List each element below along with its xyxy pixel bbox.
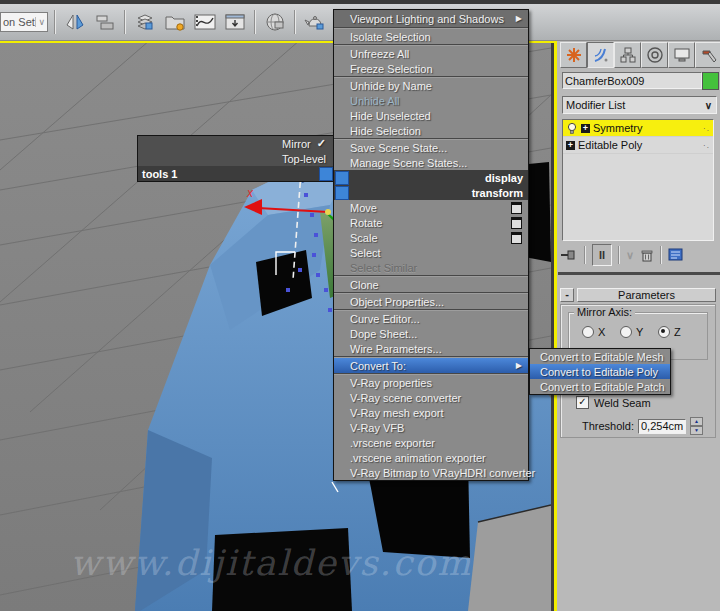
tab-display[interactable] (668, 42, 695, 68)
menu-item-vrscene-exporter[interactable]: .vrscene exporter (334, 435, 528, 450)
quad-bar-display[interactable]: display (334, 170, 528, 185)
spinner-up-icon[interactable]: ▲ (690, 417, 703, 426)
quad-corner-square[interactable] (335, 171, 349, 185)
quad-bar-transform[interactable]: transform (334, 185, 528, 200)
threshold-field[interactable] (638, 419, 686, 434)
tab-hierarchy[interactable] (614, 42, 641, 68)
menu-item-vrscene-animation-exporter[interactable]: .vrscene animation exporter (334, 450, 528, 465)
curve-editor-button[interactable] (192, 9, 218, 35)
modifier-list-dropdown[interactable]: Modifier List ∨ (562, 96, 717, 114)
configure-icon (668, 248, 684, 262)
quad-corner-square[interactable] (319, 167, 333, 181)
menu-item-unfreeze-all[interactable]: Unfreeze All (334, 46, 528, 61)
menu-item-scale[interactable]: Scale (334, 230, 528, 245)
weld-seam-checkbox-row[interactable]: ✓ Weld Seam (576, 396, 651, 409)
mirror-button[interactable] (62, 9, 88, 35)
menu-item-vray-scene-converter[interactable]: V-Ray scene converter (334, 390, 528, 405)
settings-icon[interactable] (511, 217, 522, 229)
threshold-row: Threshold: ▲ ▼ (582, 417, 703, 435)
menu-item-unhide-all[interactable]: Unhide All (334, 93, 528, 108)
radio-axis-x[interactable]: X (582, 326, 605, 338)
scene-explorer-button[interactable] (162, 9, 188, 35)
menu-item-manage-scene-states[interactable]: Manage Scene States... (334, 155, 528, 170)
layer-manager-button[interactable] (132, 9, 158, 35)
menu-item-isolate-selection[interactable]: Isolate Selection (334, 29, 528, 44)
curve-editor-icon (193, 11, 217, 33)
selection-set-value: on Set (3, 16, 35, 28)
rollout-title[interactable]: Parameters (577, 288, 716, 302)
mirror-axis-label: Mirror Axis: (574, 306, 635, 318)
checkbox-checked-icon[interactable]: ✓ (576, 396, 589, 409)
selection-set-dropdown[interactable]: on Set ∨ (0, 12, 48, 32)
menu-item-mirror[interactable]: Mirror ✓ (138, 136, 334, 151)
tab-create[interactable] (560, 42, 587, 68)
schematic-view-button[interactable] (222, 9, 248, 35)
tab-modify[interactable] (587, 42, 614, 68)
expand-icon[interactable]: + (566, 141, 575, 150)
align-button[interactable] (92, 9, 118, 35)
toolbar-separator (660, 246, 662, 264)
menu-item-save-scene-state[interactable]: Save Scene State... (334, 140, 528, 155)
lightbulb-icon[interactable] (566, 122, 578, 135)
quad-corner-square[interactable] (335, 186, 349, 200)
menu-item-hide-unselected[interactable]: Hide Unselected (334, 108, 528, 123)
spinner-down-icon[interactable]: ▼ (690, 426, 703, 435)
render-setup-icon (263, 11, 287, 33)
object-name-field[interactable] (562, 72, 702, 89)
object-color-swatch[interactable] (702, 72, 719, 90)
make-unique-button[interactable]: ∨ (626, 245, 634, 265)
expand-icon[interactable]: + (581, 124, 590, 133)
menu-item-move[interactable]: Move (334, 200, 528, 215)
pin-icon (560, 248, 578, 262)
menu-item-dope-sheet[interactable]: Dope Sheet... (334, 326, 528, 341)
trash-icon (640, 248, 654, 263)
show-end-result-button[interactable]: II (592, 244, 612, 266)
remove-modifier-button[interactable] (640, 245, 654, 265)
menu-item-vray-bitmap-to-vrayhdri[interactable]: V-Ray Bitmap to VRayHDRI converter (334, 465, 528, 480)
settings-icon[interactable] (511, 202, 522, 214)
menu-item-vray-mesh-export[interactable]: V-Ray mesh export (334, 405, 528, 420)
menu-item-top-level[interactable]: Top-level (138, 151, 334, 166)
parameters-rollout-header[interactable]: - Parameters (560, 288, 716, 302)
pin-stack-button[interactable] (560, 245, 578, 265)
threshold-spinner[interactable]: ▲ ▼ (690, 417, 703, 435)
menu-item-convert-to[interactable]: Convert To: ▶ (334, 358, 528, 373)
layer-manager-icon (134, 11, 156, 33)
configure-modifier-sets-button[interactable] (668, 245, 684, 265)
panel-divider (558, 272, 720, 275)
menu-item-select[interactable]: Select (334, 245, 528, 260)
submenu-item-convert-editable-mesh[interactable]: Convert to Editable Mesh (530, 349, 670, 364)
tab-motion[interactable] (641, 42, 668, 68)
menu-item-wire-parameters[interactable]: Wire Parameters... (334, 341, 528, 356)
menu-item-rotate[interactable]: Rotate (334, 215, 528, 230)
quad-bar-tools1[interactable]: tools 1 (138, 166, 334, 181)
rendered-frame-button[interactable] (302, 9, 328, 35)
render-setup-button[interactable] (262, 9, 288, 35)
tab-utilities[interactable] (695, 42, 720, 68)
stack-item-symmetry[interactable]: + Symmetry ·. (563, 120, 713, 137)
chevron-down-icon: ∨ (35, 17, 47, 27)
radio-axis-z[interactable]: Z (658, 326, 681, 338)
collapse-icon[interactable]: - (560, 288, 574, 302)
stack-item-editable-poly[interactable]: + Editable Poly ·. (563, 137, 713, 154)
schematic-view-icon (223, 11, 247, 33)
toolbar-separator (54, 10, 56, 34)
radio-axis-y[interactable]: Y (620, 326, 643, 338)
menu-item-vray-vfb[interactable]: V-Ray VFB (334, 420, 528, 435)
submenu-item-convert-editable-patch[interactable]: Convert to Editable Patch (530, 379, 670, 394)
menu-item-object-properties[interactable]: Object Properties... (334, 294, 528, 309)
menu-item-hide-selection[interactable]: Hide Selection (334, 123, 528, 138)
menu-item-clone[interactable]: Clone (334, 277, 528, 292)
toolbar-separator (124, 10, 126, 34)
menu-item-viewport-lighting-and-shadows[interactable]: Viewport Lighting and Shadows ▶ (334, 10, 528, 27)
create-icon (565, 46, 583, 64)
menu-item-unhide-by-name[interactable]: Unhide by Name (334, 78, 528, 93)
menu-item-freeze-selection[interactable]: Freeze Selection (334, 61, 528, 76)
menu-item-vray-properties[interactable]: V-Ray properties (334, 375, 528, 390)
settings-icon[interactable] (511, 232, 522, 244)
stack-item-label: Symmetry (593, 122, 643, 134)
modifier-stack: + Symmetry ·. + Editable Poly ·. (562, 119, 714, 241)
menu-item-curve-editor[interactable]: Curve Editor... (334, 311, 528, 326)
submenu-item-convert-editable-poly[interactable]: Convert to Editable Poly (530, 364, 670, 379)
submenu-arrow-icon: ▶ (516, 14, 522, 23)
